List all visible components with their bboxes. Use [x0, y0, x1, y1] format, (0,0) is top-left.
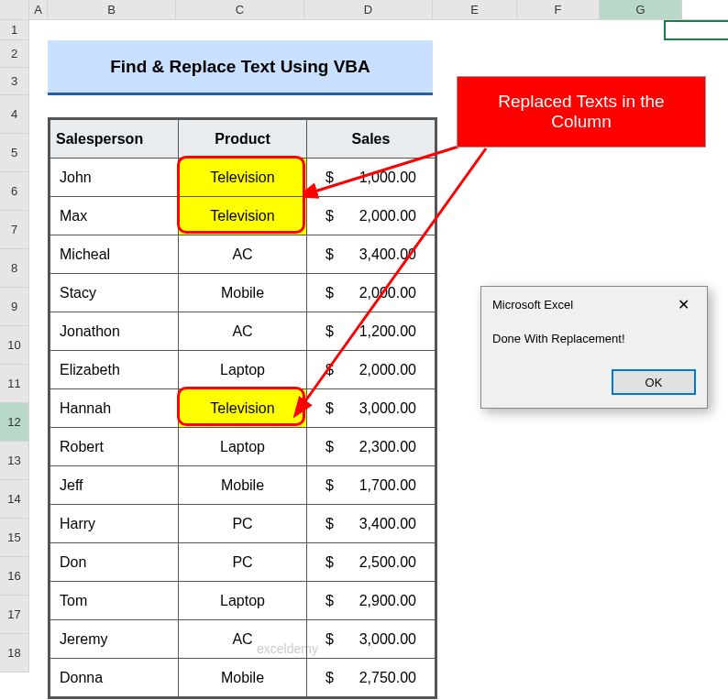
column-headers: A B C D E F G: [0, 0, 728, 20]
cell-sales[interactable]: $1,000.00: [307, 159, 436, 197]
cell-product[interactable]: PC: [179, 543, 307, 582]
sales-value: 3,400.00: [359, 246, 416, 263]
callout-text: Replaced Texts in the Column: [498, 92, 664, 132]
cell-product[interactable]: Laptop: [179, 351, 307, 389]
cell-sales[interactable]: $1,700.00: [307, 466, 436, 505]
currency-symbol: $: [325, 593, 334, 609]
col-header-F[interactable]: F: [517, 0, 600, 19]
dialog-message: Done With Replacement!: [481, 323, 707, 362]
row-header-2[interactable]: 2: [0, 40, 29, 68]
col-header-B[interactable]: B: [48, 0, 176, 19]
row-header-14[interactable]: 14: [0, 480, 29, 519]
table-row: MaxTelevision$2,000.00: [50, 197, 436, 235]
table-row: JonathonAC$1,200.00: [50, 312, 436, 351]
cell-sales[interactable]: $3,000.00: [307, 620, 436, 659]
cell-salesperson[interactable]: Stacy: [50, 274, 179, 312]
cell-salesperson[interactable]: Jonathon: [50, 312, 179, 351]
currency-symbol: $: [325, 631, 334, 648]
cell-sales[interactable]: $3,000.00: [307, 389, 436, 428]
row-header-11[interactable]: 11: [0, 365, 29, 403]
cell-sales[interactable]: $2,000.00: [307, 274, 436, 312]
cell-sales[interactable]: $3,400.00: [307, 235, 436, 274]
cell-product[interactable]: Mobile: [179, 274, 307, 312]
cell-salesperson[interactable]: Max: [50, 197, 179, 235]
cell-salesperson[interactable]: Micheal: [50, 235, 179, 274]
row-header-7[interactable]: 7: [0, 211, 29, 249]
cell-sales[interactable]: $2,750.00: [307, 659, 436, 697]
currency-symbol: $: [325, 285, 334, 301]
currency-symbol: $: [325, 477, 334, 494]
sales-value: 2,000.00: [359, 208, 416, 224]
row-header-15[interactable]: 15: [0, 519, 29, 557]
ok-button[interactable]: OK: [612, 369, 696, 395]
row-header-8[interactable]: 8: [0, 249, 29, 288]
cell-product[interactable]: AC: [179, 312, 307, 351]
table-row: DonPC$2,500.00: [50, 543, 436, 582]
row-header-17[interactable]: 17: [0, 596, 29, 634]
currency-symbol: $: [325, 670, 334, 686]
col-header-C[interactable]: C: [176, 0, 304, 19]
cell-salesperson[interactable]: Jeff: [50, 466, 179, 505]
row-header-1[interactable]: 1: [0, 20, 29, 40]
cell-product[interactable]: AC: [179, 620, 307, 659]
cell-sales[interactable]: $2,000.00: [307, 197, 436, 235]
row-header-9[interactable]: 9: [0, 288, 29, 326]
cell-salesperson[interactable]: Harry: [50, 505, 179, 543]
cell-product[interactable]: Television: [179, 197, 307, 235]
cell-salesperson[interactable]: Donna: [50, 659, 179, 697]
cell-salesperson[interactable]: Elizabeth: [50, 351, 179, 389]
table-row: MichealAC$3,400.00: [50, 235, 436, 274]
row-header-6[interactable]: 6: [0, 172, 29, 211]
cell-product[interactable]: AC: [179, 235, 307, 274]
currency-symbol: $: [325, 439, 334, 455]
callout-box: Replaced Texts in the Column: [457, 76, 706, 148]
cell-salesperson[interactable]: Hannah: [50, 389, 179, 428]
cell-sales[interactable]: $2,900.00: [307, 582, 436, 620]
cell-sales[interactable]: $3,400.00: [307, 505, 436, 543]
cell-product[interactable]: PC: [179, 505, 307, 543]
cell-salesperson[interactable]: Tom: [50, 582, 179, 620]
col-header-D[interactable]: D: [304, 0, 433, 19]
col-header-G[interactable]: G: [600, 0, 682, 19]
col-header-E[interactable]: E: [433, 0, 517, 19]
cell-sales[interactable]: $1,200.00: [307, 312, 436, 351]
cell-sales[interactable]: $2,300.00: [307, 428, 436, 466]
cell-sales[interactable]: $2,500.00: [307, 543, 436, 582]
table-row: ElizabethLaptop$2,000.00: [50, 351, 436, 389]
sales-value: 2,750.00: [359, 670, 416, 686]
header-sales[interactable]: Sales: [307, 120, 436, 159]
col-header-A[interactable]: A: [29, 0, 48, 19]
table-row: JohnTelevision$1,000.00: [50, 159, 436, 197]
cell-product[interactable]: Laptop: [179, 428, 307, 466]
row-header-18[interactable]: 18: [0, 634, 29, 673]
cell-product[interactable]: Laptop: [179, 582, 307, 620]
select-all-corner[interactable]: [0, 0, 29, 19]
table-header-row: Salesperson Product Sales: [50, 120, 436, 159]
row-header-12[interactable]: 12: [0, 403, 29, 442]
page-title: Find & Replace Text Using VBA: [48, 40, 433, 95]
cell-sales[interactable]: $2,000.00: [307, 351, 436, 389]
sales-value: 3,400.00: [359, 516, 416, 532]
cell-product[interactable]: Television: [179, 389, 307, 428]
row-header-13[interactable]: 13: [0, 442, 29, 480]
cell-product[interactable]: Mobile: [179, 466, 307, 505]
table-row: StacyMobile$2,000.00: [50, 274, 436, 312]
cell-product[interactable]: Television: [179, 159, 307, 197]
row-header-3[interactable]: 3: [0, 68, 29, 95]
close-icon[interactable]: ✕: [670, 296, 696, 313]
row-header-5[interactable]: 5: [0, 134, 29, 172]
header-salesperson[interactable]: Salesperson: [50, 120, 179, 159]
cell-salesperson[interactable]: Robert: [50, 428, 179, 466]
cell-salesperson[interactable]: Jeremy: [50, 620, 179, 659]
cell-salesperson[interactable]: Don: [50, 543, 179, 582]
row-header-16[interactable]: 16: [0, 557, 29, 596]
sales-value: 1,700.00: [359, 477, 416, 494]
header-product[interactable]: Product: [179, 120, 307, 159]
cell-product[interactable]: Mobile: [179, 659, 307, 697]
cell-salesperson[interactable]: John: [50, 159, 179, 197]
row-header-10[interactable]: 10: [0, 326, 29, 365]
row-header-4[interactable]: 4: [0, 95, 29, 134]
currency-symbol: $: [325, 400, 334, 417]
table-row: TomLaptop$2,900.00: [50, 582, 436, 620]
sales-value: 2,300.00: [359, 439, 416, 455]
